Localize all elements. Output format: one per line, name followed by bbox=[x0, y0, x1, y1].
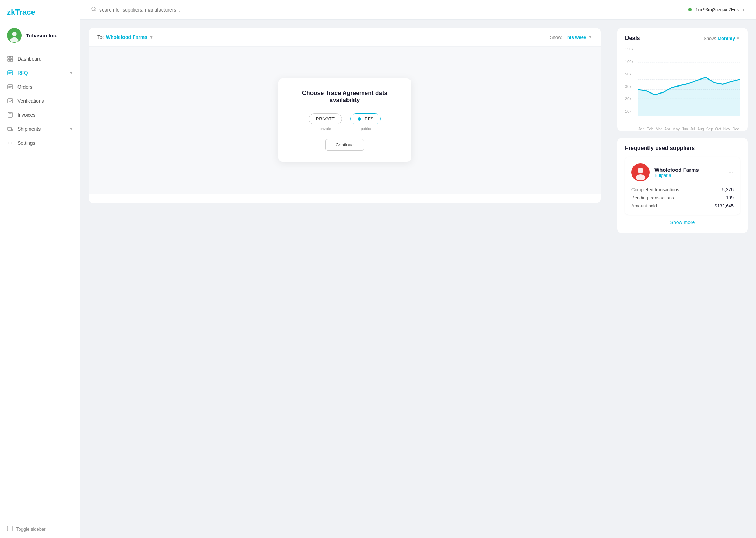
svg-rect-8 bbox=[8, 85, 13, 89]
rfq-icon bbox=[7, 70, 13, 76]
modal-title: Choose Trace Agreement data availability bbox=[291, 90, 399, 104]
stat-value: 109 bbox=[726, 195, 734, 200]
avatar bbox=[7, 28, 22, 43]
stat-value: 5,376 bbox=[722, 187, 734, 192]
topbar: f1ox93mj2nzgwrj2Eds ▼ bbox=[80, 0, 756, 20]
svg-point-15 bbox=[10, 143, 10, 143]
svg-point-16 bbox=[11, 143, 12, 143]
sidebar-item-settings[interactable]: Settings bbox=[0, 136, 80, 150]
sidebar-item-verifications[interactable]: Verifications bbox=[0, 94, 80, 108]
pending-transactions-row: Pending transactions 109 bbox=[631, 195, 734, 200]
amount-paid-row: Amount paid $132,645 bbox=[631, 203, 734, 208]
show-label: Show: bbox=[704, 36, 716, 41]
option-ipfs: IPFS public bbox=[350, 113, 381, 131]
svg-rect-5 bbox=[8, 59, 10, 61]
user-profile: Tobasco Inc. bbox=[0, 24, 80, 50]
supplier-info: Wholefood Farms Bulgaria bbox=[654, 167, 723, 178]
sidebar-item-dashboard[interactable]: Dashboard bbox=[0, 52, 80, 66]
show-more-button[interactable]: Show more bbox=[625, 215, 740, 226]
sidebar-item-shipments[interactable]: Shipments ▼ bbox=[0, 122, 80, 136]
ipfs-label: IPFS bbox=[363, 116, 373, 122]
suppliers-title: Frequently used suppliers bbox=[625, 145, 695, 151]
svg-point-14 bbox=[8, 143, 9, 143]
sidebar-item-label: Invoices bbox=[18, 112, 35, 118]
ipfs-option-button[interactable]: IPFS bbox=[350, 113, 381, 124]
svg-point-12 bbox=[8, 130, 9, 131]
stat-label: Completed transactions bbox=[631, 187, 679, 192]
svg-rect-9 bbox=[8, 99, 13, 103]
sidebar-item-label: Shipments bbox=[18, 126, 41, 132]
modal-options: PRIVATE private IPFS public bbox=[291, 113, 399, 131]
chevron-down-icon: ▼ bbox=[588, 35, 592, 39]
search-input[interactable] bbox=[99, 7, 190, 13]
show-value[interactable]: Monthly bbox=[718, 36, 735, 41]
card-header: To: Wholefood Farms ▼ Show: This week ▼ bbox=[89, 28, 601, 47]
completed-transactions-row: Completed transactions 5,376 bbox=[631, 187, 734, 192]
address-text: f1ox93mj2nzgwrj2Eds bbox=[694, 7, 739, 12]
orders-icon bbox=[7, 84, 13, 90]
deals-chart: 150k 100k 50k 30k 20k 10k bbox=[625, 47, 740, 124]
logo-prefix: zk bbox=[7, 8, 15, 16]
logo: zkTrace bbox=[0, 0, 80, 24]
stat-label: Amount paid bbox=[631, 203, 657, 208]
chart-y-labels: 150k 100k 50k 30k 20k 10k bbox=[625, 47, 638, 113]
svg-rect-17 bbox=[7, 526, 12, 531]
sidebar-item-orders[interactable]: Orders bbox=[0, 80, 80, 94]
chevron-down-icon: ▼ bbox=[69, 71, 73, 75]
search-icon bbox=[91, 6, 97, 13]
chevron-down-icon: ▼ bbox=[149, 35, 153, 39]
show-value[interactable]: This week bbox=[565, 35, 586, 40]
sidebar-item-invoices[interactable]: Invoices bbox=[0, 108, 80, 122]
svg-point-13 bbox=[11, 130, 12, 131]
shipments-icon bbox=[7, 126, 13, 132]
supplier-header: Wholefood Farms Bulgaria ··· bbox=[631, 163, 734, 181]
svg-point-26 bbox=[638, 168, 643, 173]
ipfs-dot-icon bbox=[358, 117, 361, 121]
card-body: Choose Trace Agreement data availability… bbox=[89, 47, 601, 194]
logo-suffix: Trace bbox=[15, 8, 35, 16]
sidebar: zkTrace Tobasco Inc. Dashboard bbox=[0, 0, 80, 538]
sidebar-item-rfq[interactable]: RFQ ▼ bbox=[0, 66, 80, 80]
settings-icon bbox=[7, 140, 13, 146]
private-label: PRIVATE bbox=[316, 116, 335, 122]
to-label: To: bbox=[97, 34, 104, 40]
svg-point-1 bbox=[12, 32, 16, 36]
chart-svg bbox=[638, 47, 740, 124]
supplier-menu-button[interactable]: ··· bbox=[728, 169, 734, 176]
sidebar-item-label: Settings bbox=[18, 140, 35, 146]
svg-rect-3 bbox=[8, 56, 10, 58]
supplier-stats: Completed transactions 5,376 Pending tra… bbox=[631, 187, 734, 208]
supplier-name: Wholefood Farms bbox=[654, 167, 723, 173]
card-show: Show: This week ▼ bbox=[550, 35, 592, 40]
chevron-down-icon: ▼ bbox=[742, 8, 746, 12]
continue-button[interactable]: Continue bbox=[326, 139, 364, 151]
main-card: To: Wholefood Farms ▼ Show: This week ▼ … bbox=[89, 28, 601, 203]
show-label: Show: bbox=[550, 35, 562, 40]
deals-title: Deals bbox=[625, 35, 640, 41]
verifications-icon bbox=[7, 98, 13, 104]
ipfs-sub-label: public bbox=[360, 126, 371, 131]
toggle-sidebar-label: Toggle sidebar bbox=[16, 526, 46, 532]
main-content: f1ox93mj2nzgwrj2Eds ▼ To: Wholefood Farm… bbox=[80, 0, 756, 538]
user-address[interactable]: f1ox93mj2nzgwrj2Eds ▼ bbox=[688, 7, 746, 12]
supplier-country: Bulgaria bbox=[654, 173, 723, 178]
toggle-sidebar-button[interactable]: Toggle sidebar bbox=[0, 520, 80, 538]
private-option-button[interactable]: PRIVATE bbox=[309, 113, 342, 124]
sidebar-item-label: Verifications bbox=[18, 98, 44, 104]
suppliers-header: Frequently used suppliers bbox=[625, 145, 740, 151]
dashboard-icon bbox=[7, 56, 13, 62]
toggle-sidebar-icon bbox=[7, 526, 13, 532]
stat-value: $132,645 bbox=[715, 203, 734, 208]
chevron-down-icon: ▼ bbox=[69, 127, 73, 131]
chevron-down-icon: ▼ bbox=[736, 36, 740, 40]
to-value[interactable]: Wholefood Farms bbox=[106, 34, 147, 40]
trace-agreement-modal: Choose Trace Agreement data availability… bbox=[278, 78, 411, 162]
online-indicator bbox=[688, 8, 692, 11]
deals-header: Deals Show: Monthly ▼ bbox=[625, 35, 740, 41]
svg-rect-7 bbox=[8, 71, 13, 75]
chart-x-labels: Jan Feb Mar Apr May Jun Jul Aug Sep Oct … bbox=[638, 127, 740, 131]
suppliers-widget: Frequently used suppliers Wholefood F bbox=[617, 138, 748, 233]
deals-show: Show: Monthly ▼ bbox=[704, 36, 740, 41]
deals-widget: Deals Show: Monthly ▼ 150k 100k 50k 30k … bbox=[617, 28, 748, 131]
option-private: PRIVATE private bbox=[309, 113, 342, 131]
